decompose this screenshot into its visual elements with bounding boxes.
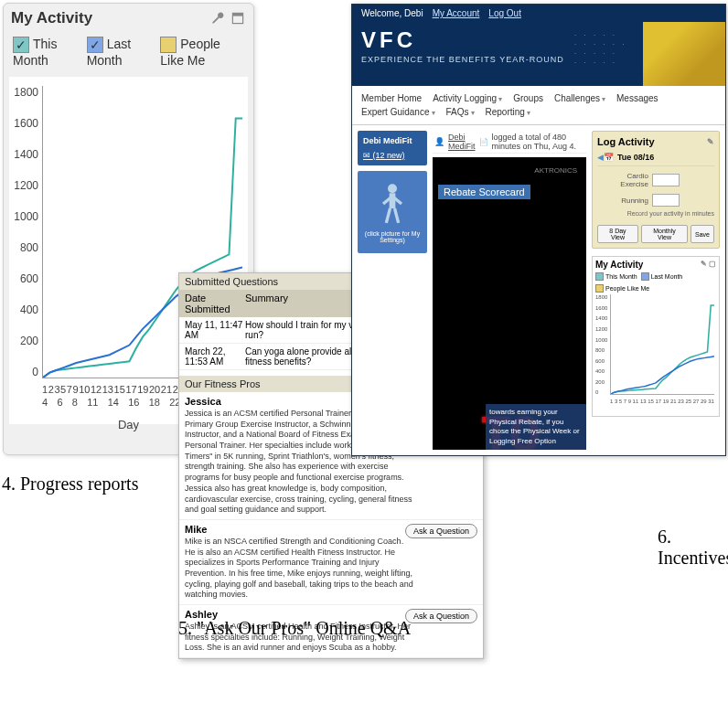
qa-date: March 22, 11:53 AM [185,346,245,367]
mini-tools[interactable]: ✎ ▢ [701,260,716,270]
ask-question-button[interactable]: Ask a Question [405,524,477,538]
feed-user[interactable]: Debi MediFit [448,133,476,151]
rebate-scorecard-label: Rebate Scorecard [438,185,530,199]
activity-feed-item: 👤 Debi MediFit 📄 logged a total of 480 m… [433,131,586,154]
nav-expert-guidance[interactable]: Expert Guidance [356,105,441,119]
vfc-left-column: Debi MediFit ✉ (12 new) (click picture f… [358,131,427,450]
log-activity-title: Log Activity [597,136,655,147]
legend-people-like-me[interactable]: People Like Me [160,37,244,68]
rebate-scorecard: Rebate Scorecard AKTRONICS TO towards ea… [433,157,586,450]
mini-activity-title: My Activity [595,260,643,270]
cardio-row: Cardio Exercise [597,172,714,188]
running-row: Running [597,194,714,207]
calendar-icon[interactable]: ◀📅 [597,153,614,162]
legend-this-month[interactable]: ✓This Month [13,37,78,68]
caption-progress-reports: 4. Progress reports [2,474,138,495]
vfc-right-column: Log Activity✎ ◀📅 Tue 08/16 Cardio Exerci… [592,131,720,450]
qa-date: May 11, 11:47 AM [185,320,245,340]
mini-chart: 180016001400120010008006004002000 135791… [595,294,716,413]
log-buttons: 8 Day View Monthly View Save [597,225,714,243]
cardio-label: Cardio Exercise [597,172,648,188]
activity-header: My Activity [4,4,253,33]
svg-rect-1 [232,13,242,16]
activity-legend: ✓This Month ✓Last Month People Like Me [4,33,253,77]
user-card: Debi MediFit ✉ (12 new) [358,131,427,165]
mini-legend-tm[interactable]: This Month [595,272,637,281]
running-input[interactable] [652,194,680,207]
messages-link[interactable]: ✉ (12 new) [363,151,422,160]
legend-last-month[interactable]: ✓Last Month [87,37,152,68]
ask-question-button[interactable]: Ask a Question [405,609,477,623]
wrench-icon[interactable] [209,10,226,27]
vfc-main-nav: Member HomeActivity LoggingGroupsChallen… [352,86,725,125]
feed-badge-icon: 📄 [479,138,488,146]
nav-challenges[interactable]: Challenges [549,91,611,105]
log-activity-widget: Log Activity✎ ◀📅 Tue 08/16 Cardio Exerci… [592,131,720,249]
cardio-input[interactable] [652,174,680,186]
usercard-name: Debi MediFit [363,136,422,145]
rebate-progress-note: towards earning your Physical Rebate, if… [486,404,586,450]
wrench-icon[interactable]: ✎ [707,137,714,146]
log-note: Record your activity in minutes [597,210,714,218]
mini-activity-panel: My Activity✎ ▢ This Month Last Month Peo… [592,256,720,417]
vfc-site: Welcome, Debi My Account Log Out VFC EXP… [351,4,726,456]
monthly-view-button[interactable]: Monthly View [641,225,688,243]
col-date: Date Submitted [185,293,245,314]
nav-activity-logging[interactable]: Activity Logging [427,91,508,105]
person-icon: 👤 [434,137,444,146]
vfc-center-column: 👤 Debi MediFit 📄 logged a total of 480 m… [433,131,586,450]
caption-ask-our-pros: 5. "Ask Our Pros" Online Q&A [178,618,411,639]
vfc-body: Debi MediFit ✉ (12 new) (click picture f… [352,125,725,455]
svg-point-2 [388,184,397,193]
my-account-link[interactable]: My Account [433,8,480,18]
nav-reporting[interactable]: Reporting [480,105,536,119]
collapse-icon[interactable] [230,10,246,27]
caption-incentives: 6. Incentives [658,527,728,569]
flower-image [643,22,725,86]
log-date: ◀📅 Tue 08/16 [597,153,714,166]
svg-line-6 [386,208,390,223]
feed-text: logged a total of 480 minutes on Thu, Au… [492,133,585,151]
vfc-hero: VFC EXPERIENCE THE BENEFITS YEAR-ROUND ·… [352,22,725,86]
nav-member-home[interactable]: Member Home [356,91,427,105]
mini-legend-plm[interactable]: People Like Me [595,284,649,293]
nav-messages[interactable]: Messages [611,91,664,105]
pro-bio: Mike is an NSCA certified Strength and C… [185,537,413,601]
fitness-pro: Ask a QuestionMikeMike is an NSCA certif… [179,520,483,605]
save-button[interactable]: Save [691,225,714,243]
8-day-view-button[interactable]: 8 Day View [597,225,638,243]
welcome-text: Welcome, Debi [361,8,423,18]
svg-rect-3 [390,193,396,208]
log-out-link[interactable]: Log Out [488,8,521,18]
nav-groups[interactable]: Groups [508,91,549,105]
mini-legend: This Month Last Month People Like Me [595,272,716,293]
scoreboard-brand: AKTRONICS [534,166,577,175]
svg-line-7 [395,208,399,223]
nav-faqs[interactable]: FAQs [441,105,480,119]
mini-legend-lm[interactable]: Last Month [641,272,683,281]
avatar-caption: (click picture for My Settings) [358,230,427,243]
activity-tools [209,10,246,27]
decorative-dots: · · · · ·· · · · · ·· · · · ·· · · · · [574,31,638,77]
avatar-widget[interactable]: (click picture for My Settings) [358,171,427,253]
vfc-topbar: Welcome, Debi My Account Log Out [352,5,725,22]
running-label: Running [597,197,648,205]
activity-title: My Activity [11,9,92,27]
